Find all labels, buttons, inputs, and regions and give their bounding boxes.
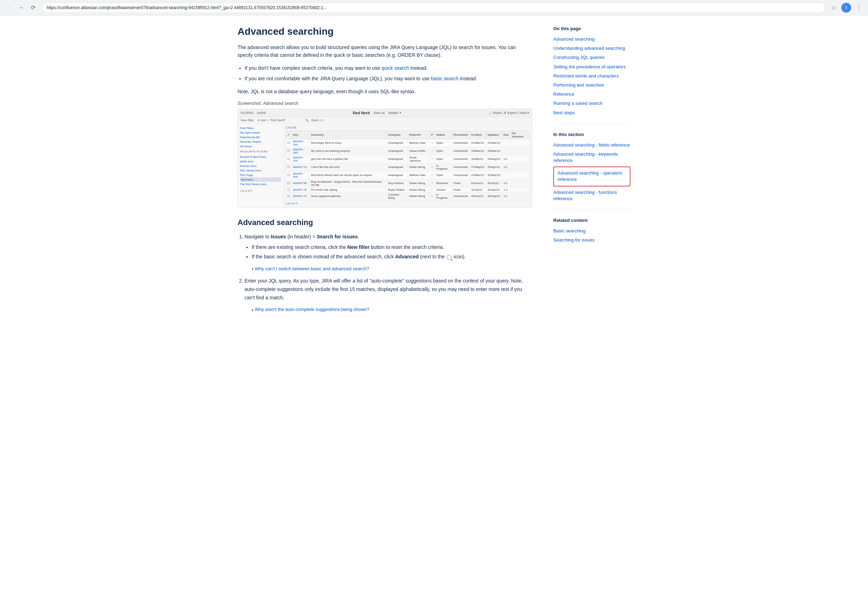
expandable-2[interactable]: Why aren't the auto-complete suggestions…	[252, 305, 532, 314]
pdl-needs-docs: PDL Needs Docs	[240, 168, 281, 173]
row-reporter: Edwin Wong	[408, 187, 429, 192]
sidebar-divider-2	[553, 209, 631, 209]
share-export: ⬚ Share | ⬇ Export | Tools ▾	[489, 111, 529, 115]
row-priority: ↑	[430, 147, 435, 155]
row-due: 1.2	[502, 155, 510, 163]
table-row: ☐ ANGRY-13 I don't like the red nerd Una…	[286, 163, 530, 171]
find-filters: Find Filters	[240, 126, 281, 130]
table-footer: 1-8 of 8 ↻	[286, 202, 530, 205]
row-resolution: Unresolved	[452, 163, 469, 171]
avatar[interactable]: I	[841, 3, 851, 13]
row-due: 1.2	[502, 192, 510, 200]
basic-search-link[interactable]: basic search	[431, 76, 459, 81]
fav-filters-heading: FAVOURITE FILTERS	[240, 150, 281, 153]
note-paragraph: Note, JQL is not a database query langua…	[237, 88, 532, 95]
step-2: Enter your JQL query. As you type, JIRA …	[244, 277, 532, 314]
row-key: ANGRY-70	[292, 192, 309, 200]
on-this-page-link-9[interactable]: Next steps	[553, 108, 631, 117]
row-check: ☐	[286, 163, 292, 171]
sub-bullet-2: If the basic search is shown instead of …	[252, 253, 532, 261]
intro-paragraph: The advanced search allows you to build …	[237, 43, 532, 59]
row-updated: 21/Mar/13	[486, 139, 502, 147]
all-issues: All Issues	[240, 144, 281, 149]
row-priority: ↑	[430, 187, 435, 192]
col-updated: Updated	[486, 131, 502, 139]
on-this-page-link-4[interactable]: Setting the precedence of operators	[553, 63, 631, 72]
screenshot-body: Find Filters My Open Issues Reported by …	[238, 124, 532, 207]
step2-text: Enter your JQL query. As you type, JIRA …	[244, 278, 523, 300]
screenshot-sidebar: Find Filters My Open Issues Reported by …	[238, 124, 283, 207]
col-assignee: Assignee	[387, 131, 408, 139]
in-section-link-2[interactable]: Advanced searching - keywords reference	[553, 150, 631, 165]
row-priority: ↑	[430, 192, 435, 200]
step1-text: Navigate to Issues (in header) > Search …	[244, 234, 359, 239]
back-button[interactable]: ←	[4, 3, 14, 13]
row-status: In Progress	[435, 192, 452, 200]
row-created: 05/Jun/11	[470, 192, 486, 200]
reload-button[interactable]: ⟳	[28, 3, 38, 13]
row-status: Open	[435, 155, 452, 163]
right-sidebar: On this page Advanced searching Understa…	[553, 26, 631, 319]
table-row: ☐ ANGRY-158 give the red nerd a yellow h…	[286, 155, 530, 163]
row-updated: 31/Mar/13	[486, 171, 502, 179]
sub-bullet-1: If there are existing search criteria, c…	[252, 243, 532, 252]
quick-search-link[interactable]: quick search	[381, 65, 409, 71]
row-fixver	[510, 155, 530, 163]
unlink-label: Unlink	[257, 111, 265, 115]
related-link-1[interactable]: Basic searching	[553, 226, 631, 236]
search-issues-bold: Search for issues	[317, 234, 358, 239]
in-section-link-4[interactable]: Advanced searching - functions reference	[553, 188, 631, 203]
bullet-1-suffix: instead.	[411, 65, 428, 71]
related-link-2[interactable]: Searching for issues	[553, 236, 631, 245]
in-this-section-title: In this section	[553, 132, 631, 137]
on-this-page-link-5[interactable]: Restricted words and characters	[553, 72, 631, 81]
on-this-page-link-7[interactable]: Reference	[553, 90, 631, 99]
row-check: ☐	[286, 179, 292, 187]
row-priority: ↑	[430, 171, 435, 179]
row-key: ANGRY-306	[292, 171, 309, 179]
col-priority: P	[430, 131, 435, 139]
filters-label: FILTERS	[241, 111, 253, 115]
results-footer: 1-8 of 8 ↻	[240, 189, 281, 193]
on-this-page-link-8[interactable]: Running a saved search	[553, 99, 631, 108]
row-created: 15/Mar/13	[470, 147, 486, 155]
step-1: Navigate to Issues (in header) > Search …	[244, 233, 532, 274]
row-resolution: Unresolved	[452, 192, 469, 200]
page-container: Advanced searching The advanced search a…	[223, 15, 645, 330]
screenshot-main: 1-8 of 8 ✓ Key Summary Assignee Reporter…	[283, 124, 532, 207]
row-check: ☐	[286, 187, 292, 192]
main-content: Advanced searching The advanced search a…	[237, 26, 532, 319]
table-row: ☐ ANGRY-285 My nerd is not working prope…	[286, 147, 530, 155]
bookmark-button[interactable]: ☆	[829, 3, 838, 13]
row-priority: ↑	[430, 179, 435, 187]
on-this-page-link-1[interactable]: Advanced searching	[553, 35, 631, 44]
row-updated: 20/Jul/12	[486, 179, 502, 187]
on-this-page-link-6[interactable]: Performing text searches	[553, 81, 631, 90]
menu-button[interactable]: ⋮	[854, 3, 864, 13]
nav-buttons: ← → ⟳	[4, 3, 38, 13]
row-fixver	[510, 163, 530, 171]
row-resolution: Fixed	[452, 187, 469, 192]
row-reporter: Edwin Wong	[408, 163, 429, 171]
chrome-actions: ☆ I ⋮	[829, 3, 864, 13]
search-icon	[447, 255, 451, 260]
row-created: 16/Apr/12	[470, 155, 486, 163]
address-bar[interactable]: https://confluence.atlassian.com/jirasof…	[41, 3, 825, 13]
row-created: 21/Mar/13	[470, 171, 486, 179]
on-this-page-title: On this page	[553, 26, 631, 31]
expandable-1-text: Why can't I switch between basic and adv…	[255, 265, 369, 273]
row-fixver	[510, 192, 530, 200]
section2-heading: Advanced searching	[237, 218, 532, 227]
row-priority: ↑	[430, 139, 435, 147]
row-status: In Progress	[435, 163, 452, 171]
forward-button[interactable]: →	[16, 3, 26, 13]
row-status: Open	[435, 139, 452, 147]
on-this-page-link-3[interactable]: Constructing JQL queries	[553, 53, 631, 62]
expandable-1[interactable]: Why can't I switch between basic and adv…	[252, 264, 532, 274]
in-section-link-1[interactable]: Advanced searching - fields reference	[553, 141, 631, 150]
on-this-page-link-2[interactable]: Understanding advanced searching	[553, 44, 631, 53]
row-due: 1.2	[502, 179, 510, 187]
row-key: ANGRY-76	[292, 187, 309, 192]
intro-bullets: If you don't have complex search criteri…	[244, 64, 532, 83]
in-section-link-3-highlighted[interactable]: Advanced searching - operators reference	[553, 166, 631, 186]
